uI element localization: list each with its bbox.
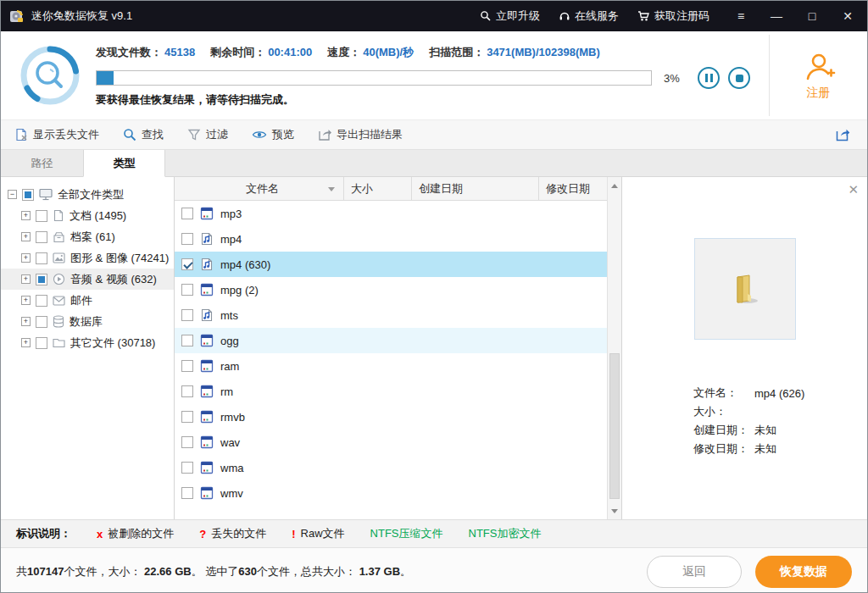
collapse-icon[interactable]: −: [8, 190, 17, 199]
tab-path[interactable]: 路径: [1, 150, 83, 177]
progress-fill: [97, 71, 114, 85]
get-license-link[interactable]: 获取注册码: [637, 8, 709, 24]
image-icon: [53, 252, 65, 263]
tree-item-documents[interactable]: + 文档 (1495): [1, 205, 174, 226]
file-row-mpg[interactable]: mpg (2): [175, 277, 607, 302]
tree-item-database[interactable]: + 数据库: [1, 311, 174, 332]
row-checkbox[interactable]: [181, 309, 193, 321]
column-modified[interactable]: 修改日期: [539, 177, 607, 200]
register-button[interactable]: 注册: [769, 35, 867, 116]
upgrade-link[interactable]: 立即升级: [480, 8, 540, 24]
tree-item-audio-video[interactable]: + 音频 & 视频 (632): [1, 269, 174, 290]
file-row-wma[interactable]: wma: [175, 455, 607, 480]
expand-icon[interactable]: +: [21, 338, 31, 347]
media-file-icon: [200, 461, 214, 474]
share-export-button[interactable]: [835, 127, 850, 142]
file-info: 文件名：mp4 (626) 大小： 创建日期：未知 修改日期：未知: [693, 384, 804, 458]
folder-preview-icon: [726, 270, 765, 308]
tree-checkbox-checked[interactable]: [36, 274, 47, 285]
back-button[interactable]: 返回: [647, 556, 742, 588]
expand-icon[interactable]: +: [21, 211, 31, 220]
file-row-rm[interactable]: rm: [175, 379, 607, 404]
cart-icon: [637, 10, 650, 22]
column-created[interactable]: 创建日期: [412, 177, 539, 200]
column-size[interactable]: 大小: [344, 177, 412, 200]
preview-panel: ✕ 文件名：mp4 (626) 大小： 创建日期：未知 修改日期：未知: [621, 177, 868, 519]
tree-item-other-files[interactable]: + 其它文件 (30718): [1, 332, 174, 353]
row-checkbox[interactable]: [181, 208, 193, 219]
file-list-header: 文件名 大小 创建日期 修改日期: [175, 177, 621, 201]
tree-root-all-types[interactable]: − 全部文件类型: [1, 184, 174, 205]
file-row-rmvb[interactable]: rmvb: [175, 404, 607, 430]
scan-range-label: 扫描范围：: [429, 46, 484, 58]
file-row-mp4-630[interactable]: mp4 (630): [175, 252, 607, 277]
expand-icon[interactable]: +: [21, 232, 31, 241]
file-row-mp4[interactable]: mp4: [175, 226, 607, 252]
row-checkbox[interactable]: [181, 360, 193, 372]
lost-file-icon: [14, 128, 28, 141]
toolbar: 显示丢失文件 查找 过滤 预览 导出扫描结果: [1, 119, 867, 150]
scan-progress-bar: [96, 70, 652, 86]
show-lost-files-button[interactable]: 显示丢失文件: [14, 127, 99, 142]
media-file-icon: [200, 207, 214, 220]
row-checkbox[interactable]: [181, 462, 193, 474]
tree-root-checkbox[interactable]: [22, 189, 34, 201]
online-service-link[interactable]: 在线服务: [559, 8, 619, 24]
scrollbar-thumb[interactable]: [609, 353, 620, 499]
music-file-icon: [200, 308, 214, 322]
file-row-wmv[interactable]: wmv: [175, 480, 607, 506]
tree-checkbox[interactable]: [36, 295, 47, 307]
filter-button[interactable]: 过滤: [187, 127, 228, 142]
file-row-mts[interactable]: mts: [175, 302, 607, 328]
expand-icon[interactable]: +: [21, 317, 31, 326]
row-checkbox[interactable]: [181, 233, 193, 245]
tree-item-email[interactable]: + 邮件: [1, 290, 174, 311]
tree-checkbox[interactable]: [36, 210, 47, 222]
tab-type[interactable]: 类型: [83, 150, 165, 177]
row-checkbox[interactable]: [181, 411, 193, 423]
tree-item-archives[interactable]: + 档案 (61): [1, 226, 174, 247]
row-checkbox-checked[interactable]: [181, 258, 193, 270]
preview-button[interactable]: 预览: [252, 127, 294, 142]
row-checkbox[interactable]: [181, 487, 193, 499]
expand-icon[interactable]: +: [21, 274, 31, 284]
tree-checkbox[interactable]: [36, 316, 47, 328]
file-row-mp3[interactable]: mp3: [175, 201, 607, 226]
file-row-wav[interactable]: wav: [175, 430, 607, 455]
row-checkbox[interactable]: [181, 335, 193, 346]
tree-item-images[interactable]: + 图形 & 图像 (74241): [1, 247, 174, 269]
recover-data-button[interactable]: 恢复数据: [755, 556, 852, 588]
expand-icon[interactable]: +: [21, 296, 31, 305]
tree-checkbox[interactable]: [36, 231, 47, 243]
folder-icon: [53, 337, 65, 348]
file-list-body: mp3 mp4 mp4 (630) mpg (2): [175, 201, 607, 506]
minimize-button[interactable]: —: [767, 9, 786, 23]
tree-checkbox[interactable]: [36, 252, 47, 264]
info-filename-label: 文件名：: [693, 385, 754, 401]
stop-scan-button[interactable]: [728, 67, 750, 89]
scroll-down-icon[interactable]: [608, 504, 621, 518]
find-button[interactable]: 查找: [123, 127, 164, 142]
preview-close-icon[interactable]: ✕: [848, 182, 859, 197]
row-checkbox[interactable]: [181, 436, 193, 448]
list-scrollbar[interactable]: [607, 177, 621, 519]
expand-icon[interactable]: +: [21, 253, 31, 263]
tree-checkbox[interactable]: [36, 337, 47, 349]
close-button[interactable]: ✕: [838, 9, 857, 23]
files-found-value: 45138: [164, 46, 195, 58]
legend-ntfs-compressed: NTFS压缩文件: [370, 526, 443, 541]
row-checkbox[interactable]: [181, 385, 193, 397]
file-row-ram[interactable]: ram: [175, 353, 607, 379]
media-file-icon: [200, 385, 214, 398]
pause-scan-button[interactable]: [698, 67, 720, 89]
menu-button[interactable]: ≡: [732, 9, 750, 23]
time-left-value: 00:41:00: [268, 46, 312, 58]
file-row-ogg[interactable]: ogg: [175, 328, 607, 353]
column-filename[interactable]: 文件名: [175, 177, 344, 200]
maximize-button[interactable]: □: [803, 9, 821, 23]
scan-header: 发现文件数：45138 剩余时间：00:41:00 速度：40(MB)/秒 扫描…: [1, 31, 867, 119]
row-checkbox[interactable]: [181, 284, 193, 296]
export-results-button[interactable]: 导出扫描结果: [318, 127, 403, 142]
music-file-icon: [200, 258, 214, 271]
scroll-up-icon[interactable]: [608, 179, 621, 192]
